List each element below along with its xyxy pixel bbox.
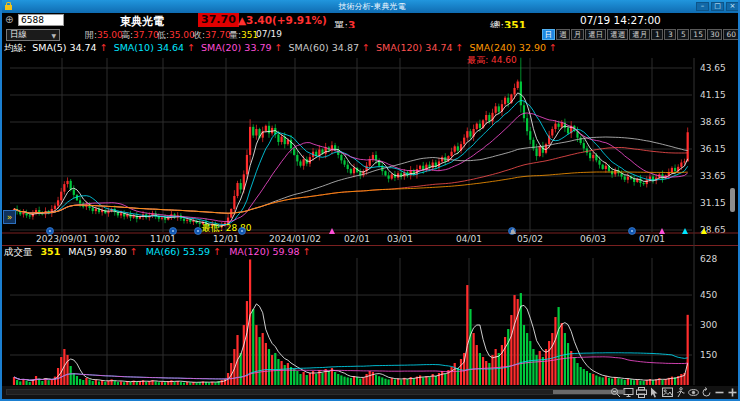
- zoom-out-icon[interactable]: [714, 387, 725, 398]
- sma120-legend: SMA(120) 34.74 ↑: [376, 42, 464, 53]
- interval-30min-button[interactable]: 30: [707, 29, 723, 40]
- svg-text:38.65: 38.65: [700, 117, 726, 127]
- svg-text:36.15: 36.15: [700, 144, 726, 154]
- bottom-toolbar: [2, 386, 740, 399]
- title-bar[interactable]: 技術分析-東典光電 – □ ×: [2, 0, 740, 13]
- interval-15min-button[interactable]: 15: [690, 29, 706, 40]
- maximize-button[interactable]: □: [711, 2, 724, 11]
- chart-toolbar: 日線 ▼ 開:35.00 高:37.70 低:35.00 收:37.70 量:3…: [2, 28, 740, 42]
- svg-text:41.15: 41.15: [700, 90, 726, 100]
- horizontal-scrollbar[interactable]: [6, 389, 626, 395]
- bar-date: 07/19: [256, 29, 282, 39]
- interval-week-button[interactable]: 週: [556, 29, 570, 40]
- svg-text:2023/09/01: 2023/09/01: [36, 234, 88, 244]
- bar-volume: 量:351: [229, 29, 258, 42]
- svg-text:04/01: 04/01: [456, 234, 482, 244]
- sma-legend: 均線:SMA(5) 34.74 ↑SMA(10) 34.64 ↑SMA(20) …: [4, 42, 740, 55]
- interval-day-button[interactable]: 日: [542, 29, 556, 40]
- image-icon[interactable]: [662, 387, 673, 398]
- interval-1min-button[interactable]: 1: [651, 29, 663, 40]
- interval-buttons: 日 週 月 還日 還週 還月 1 3 5 15 30 60: [542, 29, 739, 40]
- sma-prefix: 均線:: [4, 42, 26, 53]
- vol-ma120-legend: MA(120) 59.98 ↑: [229, 246, 310, 257]
- vol-ma66-legend: MA(66) 53.59 ↑: [146, 246, 221, 257]
- vertical-scrollbar[interactable]: [730, 188, 735, 212]
- panel-expander-button[interactable]: »: [3, 210, 16, 224]
- svg-text:02/01: 02/01: [344, 234, 370, 244]
- interval-adj-month-button[interactable]: 還月: [629, 29, 650, 40]
- quote-datetime: 07/19 14:27:00: [580, 14, 661, 26]
- zoom-in-icon[interactable]: [727, 387, 738, 398]
- svg-text:12/01: 12/01: [213, 234, 239, 244]
- svg-text:300: 300: [700, 320, 717, 330]
- vol-ma5-legend: MA(5) 99.80 ↑: [68, 246, 137, 257]
- print-icon[interactable]: [636, 387, 647, 398]
- svg-text:150: 150: [700, 350, 717, 360]
- svg-text:03/01: 03/01: [387, 234, 413, 244]
- stock-code-input[interactable]: [18, 14, 64, 26]
- close-button[interactable]: ×: [726, 2, 739, 11]
- last-price-badge: 37.70: [198, 13, 239, 27]
- trend-walk-icon[interactable]: [675, 387, 686, 398]
- interval-3min-button[interactable]: 3: [664, 29, 676, 40]
- sma20-legend: SMA(20) 33.79 ↑: [201, 42, 282, 53]
- svg-text:2024/01/02: 2024/01/02: [269, 234, 321, 244]
- svg-text:07/01: 07/01: [639, 234, 665, 244]
- interval-month-button[interactable]: 月: [571, 29, 585, 40]
- chart-canvas[interactable]: 43.6541.1538.6536.1533.6531.1528.6562845…: [2, 56, 740, 386]
- svg-text:06/03: 06/03: [580, 234, 606, 244]
- reset-icon[interactable]: [701, 387, 712, 398]
- area-zoom-icon[interactable]: [610, 387, 621, 398]
- open-value: 開:35.00: [85, 29, 123, 42]
- sma60-legend: SMA(60) 34.87 ↑: [289, 42, 370, 53]
- volume-total: 351: [41, 246, 61, 257]
- save-icon[interactable]: [623, 387, 634, 398]
- chevron-down-icon: ▼: [51, 32, 56, 39]
- high-value: 高:37.70: [121, 29, 159, 42]
- svg-text:43.65: 43.65: [700, 63, 726, 73]
- price-change: ▲3.40(+9.91%): [238, 14, 327, 26]
- svg-text:31.15: 31.15: [700, 198, 726, 208]
- svg-text:11/01: 11/01: [150, 234, 176, 244]
- svg-text:33.65: 33.65: [700, 171, 726, 181]
- sma240-legend: SMA(240) 32.90 ↑: [470, 42, 558, 53]
- svg-text:450: 450: [700, 290, 717, 300]
- period-dropdown[interactable]: 日線 ▼: [6, 29, 60, 41]
- sma5-legend: SMA(5) 34.74 ↑: [32, 42, 107, 53]
- low-value: 低:35.00: [157, 29, 195, 42]
- close-value: 收:37.70: [193, 29, 231, 42]
- volume-legend: 成交量351MA(5) 99.80 ↑MA(66) 53.59 ↑MA(120)…: [4, 246, 740, 258]
- interval-adj-day-button[interactable]: 還日: [585, 29, 606, 40]
- interval-adj-week-button[interactable]: 還週: [607, 29, 628, 40]
- app-window: 技術分析-東典光電 – □ × ⊕ 東典光電 37.70 ▲3.40(+9.91…: [0, 0, 740, 401]
- quote-header: ⊕ 東典光電 37.70 ▲3.40(+9.91%) 單:3 總:351 07/…: [2, 13, 740, 28]
- sma10-legend: SMA(10) 34.64 ↑: [114, 42, 195, 53]
- stock-name: 東典光電: [120, 14, 164, 29]
- minimize-button[interactable]: –: [696, 2, 709, 11]
- window-title: 技術分析-東典光電: [2, 0, 740, 13]
- cursor-icon[interactable]: [649, 387, 660, 398]
- svg-text:05/02: 05/02: [517, 234, 543, 244]
- svg-text:最高: 44.60: 最高: 44.60: [466, 56, 517, 65]
- volume-label: 成交量: [4, 246, 33, 257]
- interval-5min-button[interactable]: 5: [677, 29, 689, 40]
- interval-60min-button[interactable]: 60: [723, 29, 739, 40]
- eye-icon[interactable]: [688, 387, 699, 398]
- search-icon: ⊕: [5, 14, 13, 25]
- svg-text:10/02: 10/02: [94, 234, 120, 244]
